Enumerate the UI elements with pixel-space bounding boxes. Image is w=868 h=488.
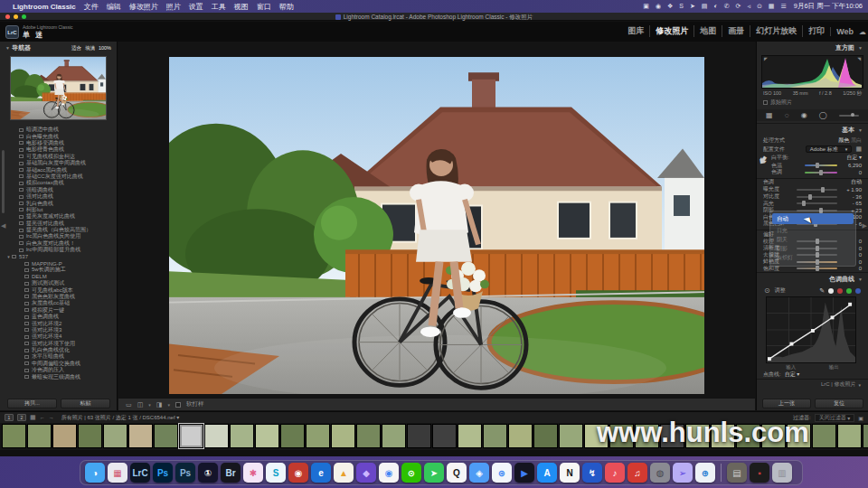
curve-channel-blue[interactable] bbox=[855, 288, 861, 294]
filmstrip-thumbnail[interactable] bbox=[331, 424, 355, 448]
navigator-collapse-triangle[interactable]: ▼ 导航器 bbox=[5, 43, 31, 52]
grid-view-icon[interactable]: ▦ bbox=[30, 414, 36, 421]
profile-dropdown[interactable]: Adobe 标准▾ bbox=[806, 145, 853, 153]
preset-item[interactable]: 5w长调的施工 bbox=[0, 267, 118, 273]
preset-item[interactable]: lrc中间调暗部提升曲线 bbox=[0, 247, 118, 253]
status-bar-icon[interactable]: ✆ bbox=[724, 3, 730, 10]
preset-item[interactable]: 测试测试测试 bbox=[0, 280, 118, 286]
go-back-icon[interactable]: ← bbox=[40, 415, 45, 420]
menu-item[interactable]: 设置 bbox=[189, 2, 203, 12]
apple-music-icon[interactable]: ♪ bbox=[605, 463, 625, 483]
auto-tone-button[interactable]: 自动 bbox=[851, 178, 862, 186]
status-bar-icon[interactable]: ▣ bbox=[643, 3, 649, 10]
basic-collapse-triangle[interactable]: ▼ bbox=[858, 127, 863, 133]
before-after-left-right-icon[interactable]: ◫ bbox=[137, 401, 144, 408]
status-bar-icon[interactable]: ▤ bbox=[702, 3, 708, 10]
edge-browser-icon[interactable]: e bbox=[311, 463, 331, 483]
slider-track[interactable] bbox=[797, 267, 837, 269]
before-after-caret[interactable]: ▾ bbox=[148, 402, 151, 408]
copy-settings-button[interactable]: 拷贝... bbox=[7, 399, 57, 408]
filmstrip-thumbnail[interactable] bbox=[382, 424, 406, 448]
split-view-caret[interactable]: ▾ bbox=[167, 402, 170, 408]
preset-item[interactable]: 电影移变调曲线 bbox=[0, 140, 118, 146]
preset-item[interactable]: 灰度曲线cc基础 bbox=[0, 300, 118, 306]
menu-item[interactable]: 窗口 bbox=[257, 2, 271, 12]
menu-item[interactable]: 照片 bbox=[166, 2, 181, 12]
soft-proof-checkbox[interactable] bbox=[175, 402, 181, 408]
photoshop-icon[interactable]: Ps bbox=[153, 463, 173, 483]
slider-track[interactable] bbox=[797, 196, 837, 198]
curve-channel-red[interactable] bbox=[837, 288, 843, 294]
filmstrip-thumbnail[interactable] bbox=[458, 424, 482, 448]
baidu-app-icon[interactable]: ◈ bbox=[469, 463, 489, 483]
filmstrip-thumbnail[interactable] bbox=[508, 424, 533, 448]
wb-dropdown-item[interactable]: 白炽灯 bbox=[770, 253, 855, 262]
wechat-icon[interactable]: ⊙ bbox=[401, 463, 421, 483]
menubar-clock[interactable]: 9月6日 周一 下午10:06 bbox=[794, 2, 863, 11]
status-bar-icon[interactable]: ◉ bbox=[656, 3, 661, 10]
loupe-view-icon[interactable]: ▭ bbox=[126, 401, 132, 408]
menu-item[interactable]: 编辑 bbox=[107, 2, 121, 12]
preset-item[interactable]: 强对比曲线 bbox=[0, 193, 118, 200]
filmstrip-thumbnail[interactable] bbox=[103, 424, 127, 448]
filmstrip-thumbnail[interactable] bbox=[306, 424, 330, 448]
menu-item[interactable]: 帮助 bbox=[279, 2, 294, 12]
status-bar-icon[interactable]: ❖ bbox=[667, 3, 673, 10]
edit-point-curve-icon[interactable]: ✎ bbox=[819, 287, 825, 295]
tool-amount-slider[interactable] bbox=[839, 115, 859, 117]
finder-icon[interactable]: ◑ bbox=[85, 463, 105, 483]
preset-item[interactable]: 基础黑白灰度中间调曲线 bbox=[0, 160, 118, 166]
preset-item[interactable]: 模拟胶片一键 bbox=[0, 307, 118, 314]
heal-tool-icon[interactable]: ◌ bbox=[785, 111, 789, 119]
wb-value-dropdown[interactable]: 自定 ▾ bbox=[846, 154, 862, 162]
slider-thumb[interactable] bbox=[821, 187, 825, 192]
preset-item[interactable]: 黑色色彩灰度曲线 bbox=[0, 294, 118, 300]
photoshop-beta-icon[interactable]: Ps bbox=[175, 463, 195, 483]
filmstrip-thumbnail[interactable] bbox=[533, 424, 558, 448]
slider-track[interactable] bbox=[805, 172, 837, 174]
photo-editor-icon[interactable]: ✱ bbox=[243, 463, 263, 483]
preset-item[interactable]: 可见曲线abc版本 bbox=[0, 286, 118, 293]
filmstrip-thumbnail[interactable] bbox=[179, 424, 203, 448]
preset-item[interactable]: MAPPING-P bbox=[0, 260, 118, 267]
shadow-clipping-indicator[interactable]: ◤ bbox=[764, 56, 768, 61]
module-print[interactable]: 打印 bbox=[802, 25, 830, 37]
wb-dropdown-item[interactable]: 阴影 bbox=[770, 244, 855, 253]
preset-item[interactable]: 提亮灰度减对比曲线 bbox=[0, 213, 118, 220]
menu-item[interactable]: 修改照片 bbox=[129, 2, 158, 12]
white-balance-eyedropper-icon[interactable]: 🢇 bbox=[759, 155, 769, 164]
curve-channel-rgb[interactable] bbox=[828, 288, 834, 294]
module-book[interactable]: 画册 bbox=[722, 25, 750, 37]
preset-item[interactable]: 提亮强对比曲线 bbox=[0, 220, 118, 226]
preset-item[interactable]: 冷色调的压入 bbox=[0, 367, 118, 373]
filmstrip-thumbnail[interactable] bbox=[356, 424, 381, 448]
wb-dropdown-item[interactable]: 阴天 bbox=[770, 235, 855, 244]
preset-item[interactable]: 可见曲线模拟金柯达 bbox=[0, 154, 118, 160]
netease-music-icon[interactable]: ♫ bbox=[627, 463, 647, 483]
filmstrip-thumbnail[interactable] bbox=[154, 424, 178, 448]
filmstrip-thumbnail[interactable] bbox=[255, 424, 279, 448]
navigator-zoom-option[interactable]: 适合 bbox=[71, 45, 81, 52]
preset-item[interactable]: 最暗实现三级调曲线 bbox=[0, 373, 118, 380]
status-bar-icon[interactable]: ▦ bbox=[769, 3, 775, 10]
capture-one-icon[interactable]: ① bbox=[198, 463, 218, 483]
status-bar-icon[interactable]: ➤ bbox=[690, 3, 695, 10]
launchpad-icon[interactable]: ▦ bbox=[108, 463, 127, 483]
settings-mesh-icon[interactable]: ◍ bbox=[650, 463, 670, 483]
original-photo-checkbox[interactable] bbox=[763, 100, 768, 105]
preset-item[interactable]: 基础acc黑白曲线 bbox=[0, 166, 118, 173]
preset-item[interactable]: 中间调偏暗交换曲线 bbox=[0, 361, 118, 367]
filmstrip-thumbnail[interactable] bbox=[280, 424, 305, 448]
paste-settings-button[interactable]: 粘贴 bbox=[61, 399, 110, 408]
right-panel-collapse-arrow[interactable]: ▶ bbox=[863, 222, 867, 230]
notion-icon[interactable]: N bbox=[560, 463, 580, 483]
preset-item[interactable]: 基础CC灰度强对比曲线 bbox=[0, 174, 118, 180]
slider-thumb[interactable] bbox=[819, 170, 823, 175]
preset-item[interactable]: 强对比环境3 bbox=[0, 327, 118, 333]
go-forward-icon[interactable]: → bbox=[49, 415, 54, 420]
module-map[interactable]: 地图 bbox=[693, 25, 722, 37]
baidu-cloud-icon[interactable]: ⊛ bbox=[492, 463, 512, 483]
filmstrip-thumbnail[interactable] bbox=[559, 424, 583, 448]
slider-thumb[interactable] bbox=[816, 163, 819, 168]
tone-curve-collapse-triangle[interactable]: ▼ bbox=[858, 277, 863, 282]
